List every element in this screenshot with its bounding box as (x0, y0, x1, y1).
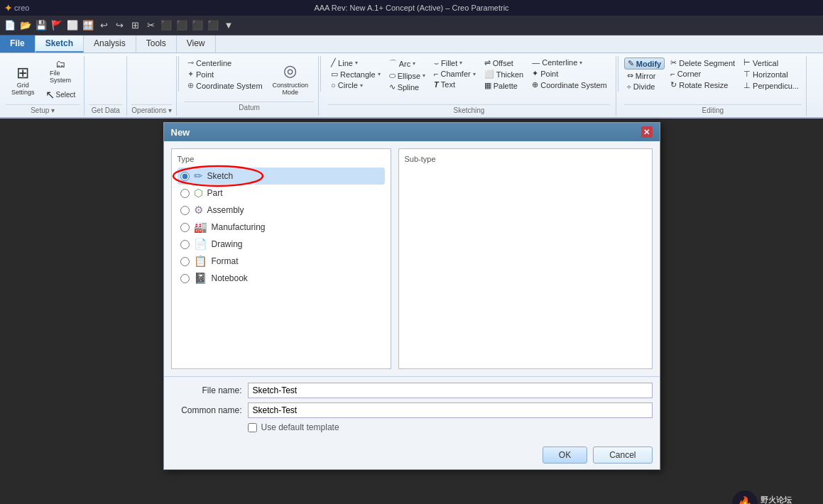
ribbon-content: ⊞ GridSettings 🗂 FileSystem ↖ Select Set… (0, 53, 823, 117)
rectangle-btn[interactable]: ▭ Rectangle▾ (328, 69, 383, 80)
title-text: AAA Rev: New A.1+ Concept (Active) – Cre… (314, 4, 508, 12)
type-sketch[interactable]: ✏ Sketch (178, 168, 385, 185)
spline-btn[interactable]: ∿ Spline (386, 82, 428, 92)
part-radio[interactable] (180, 189, 190, 198)
sketch-type-label: Sketch (207, 171, 234, 181)
tab-analysis[interactable]: Analysis (84, 35, 136, 53)
part-type-label: Part (207, 188, 223, 198)
centerline2-btn[interactable]: — Centerline▾ (529, 57, 610, 67)
line-dd: ▾ (355, 60, 358, 66)
qa-undo[interactable]: ↩ (97, 18, 111, 33)
rotate-resize-btn[interactable]: ↻ Rotate Resize (667, 80, 738, 90)
manufacturing-radio[interactable] (180, 223, 190, 232)
qa-misc7[interactable]: ▼ (222, 18, 236, 33)
manufacturing-type-icon: 🏭 (194, 221, 207, 234)
qa-box[interactable]: ⬜ (65, 18, 80, 33)
file-name-input[interactable] (248, 383, 653, 398)
qa-flag[interactable]: 🚩 (50, 18, 64, 33)
fillet-btn[interactable]: ⌣ Fillet▾ (431, 57, 479, 68)
sketch-radio[interactable] (180, 172, 190, 181)
ellipse-btn[interactable]: ⬭ Ellipse▾ (386, 70, 428, 81)
point-btn[interactable]: ✦ Point (185, 69, 266, 80)
sep1 (178, 56, 179, 92)
notebook-type-icon: 📓 (194, 272, 207, 285)
tab-view[interactable]: View (177, 35, 216, 53)
centerline-btn[interactable]: ⊸ Centerline (185, 57, 266, 68)
ok-button[interactable]: OK (543, 447, 587, 464)
get-data-label[interactable]: Get Data (89, 104, 122, 114)
assembly-type-label: Assembly (207, 205, 244, 215)
corner-icon: ⌐ (670, 70, 675, 78)
point2-btn[interactable]: ✦ Point (529, 68, 610, 79)
dialog-body: Type ✏ Sketch (164, 141, 660, 376)
corner-btn[interactable]: ⌐ Corner (667, 69, 738, 79)
chamfer-btn[interactable]: ⌐ Chamfer▾ (431, 69, 479, 79)
type-manufacturing[interactable]: 🏭 Manufacturing (178, 219, 385, 236)
qa-misc3[interactable]: ⬛ (159, 18, 173, 33)
text-btn[interactable]: T Text (431, 80, 479, 89)
arc-btn[interactable]: ⌒ Arc▾ (386, 57, 428, 70)
coord2-btn[interactable]: ⊕ Coordinate System (529, 80, 610, 90)
qa-misc2[interactable]: ✂ (143, 18, 158, 33)
tab-sketch[interactable]: Sketch (36, 35, 84, 53)
assembly-radio[interactable] (180, 206, 190, 215)
delete-segment-btn[interactable]: ✂ Delete Segment (667, 57, 738, 68)
qa-save[interactable]: 💾 (34, 18, 48, 33)
qa-redo[interactable]: ↪ (112, 18, 126, 33)
grid-settings-btn[interactable]: ⊞ GridSettings (6, 59, 40, 102)
dialog-footer: File name: Common name: Use default temp… (164, 376, 660, 444)
dialog-buttons: OK Cancel (164, 444, 660, 469)
line-btn[interactable]: ╱ Line▾ (328, 57, 383, 68)
qa-misc4[interactable]: ⬛ (175, 18, 189, 33)
horizontal-btn[interactable]: ⊤ Horizontal (741, 69, 802, 80)
vertical-btn[interactable]: ⊢ Vertical (741, 57, 802, 68)
perpendicular-btn[interactable]: ⊥ Perpendicu... (741, 80, 802, 91)
circle-btn[interactable]: ○ Circle▾ (328, 80, 383, 90)
divide-btn[interactable]: ÷ Divide (624, 82, 665, 92)
type-notebook[interactable]: 📓 Notebook (178, 270, 385, 287)
format-radio[interactable] (180, 257, 190, 266)
construction-mode-btn[interactable]: ◎ ConstructionMode (267, 57, 315, 100)
default-template-checkbox[interactable] (248, 423, 257, 432)
qa-window[interactable]: 🪟 (81, 18, 95, 33)
rect-dd: ▾ (378, 71, 381, 77)
notebook-radio[interactable] (180, 274, 190, 283)
setup-label[interactable]: Setup ▾ (6, 104, 80, 114)
qa-misc5[interactable]: ⬛ (190, 18, 205, 33)
horizontal-icon: ⊤ (743, 70, 751, 79)
circle-dd: ▾ (360, 82, 363, 89)
mirror-btn[interactable]: ⇔ Mirror (624, 70, 665, 81)
type-part[interactable]: ⬡ Part (178, 185, 385, 202)
subtype-label: Sub-type (405, 155, 646, 163)
qa-misc1[interactable]: ⊞ (128, 18, 142, 33)
type-drawing[interactable]: 📄 Drawing (178, 236, 385, 253)
qa-open[interactable]: 📂 (18, 18, 33, 33)
coordinate-system-btn[interactable]: ⊕ Coordinate System (185, 80, 266, 91)
file-system-icon: 🗂 (55, 59, 65, 69)
select-btn[interactable]: ↖ Select (41, 87, 80, 103)
type-label: Type (178, 155, 385, 163)
operations-label[interactable]: Operations ▾ (131, 104, 172, 114)
drawing-type-icon: 📄 (194, 238, 207, 251)
type-format[interactable]: 📋 Format (178, 253, 385, 270)
offset-btn[interactable]: ⇌ Offset (481, 57, 527, 68)
dialog-close-btn[interactable]: ✕ (641, 126, 653, 138)
file-system-btn[interactable]: 🗂 FileSystem (41, 57, 80, 85)
qa-new[interactable]: 📄 (3, 18, 17, 33)
qa-misc6[interactable]: ⬛ (206, 18, 220, 33)
thicken-btn[interactable]: ⬜ Thicken (481, 69, 527, 80)
line-icon: ╱ (331, 58, 336, 67)
coord-icon: ⊕ (187, 81, 194, 90)
dialog-titlebar: New ✕ (164, 123, 660, 141)
tab-tools[interactable]: Tools (136, 35, 177, 53)
tab-file[interactable]: File (0, 35, 36, 53)
common-name-input[interactable] (248, 402, 653, 418)
cancel-button[interactable]: Cancel (593, 447, 652, 464)
modify-btn[interactable]: ✎ Modify (624, 57, 665, 70)
ribbon-group-get-data: Get Data (85, 56, 127, 116)
type-assembly[interactable]: ⚙ Assembly (178, 202, 385, 219)
palette-btn[interactable]: ▦ Palette (481, 80, 527, 91)
arc-icon: ⌒ (389, 58, 397, 69)
manufacturing-type-label: Manufacturing (212, 222, 266, 232)
drawing-radio[interactable] (180, 240, 190, 249)
